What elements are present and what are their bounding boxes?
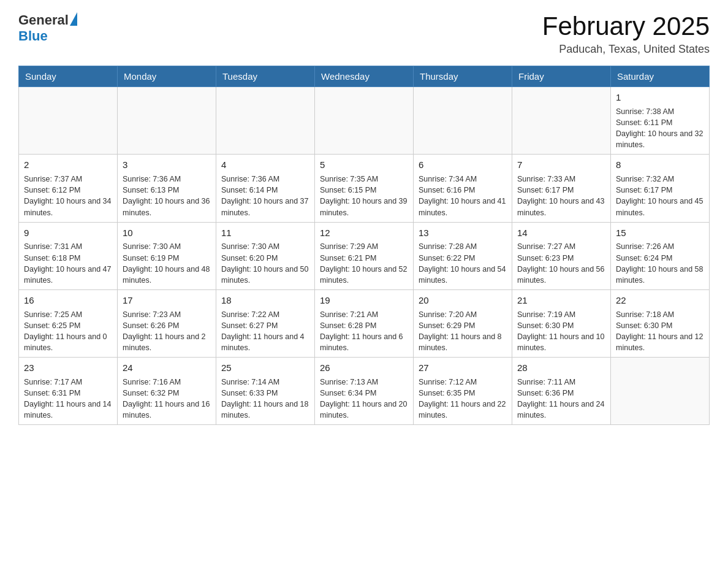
day-number: 7: [517, 158, 605, 172]
day-number: 4: [221, 158, 309, 172]
sunset-text: Sunset: 6:20 PM: [221, 253, 309, 264]
day-number: 24: [123, 361, 211, 375]
sunset-text: Sunset: 6:30 PM: [616, 320, 704, 331]
day-number: 19: [320, 294, 408, 307]
day-number: 3: [123, 158, 211, 172]
daylight-text: Daylight: 10 hours and 43 minutes.: [517, 196, 605, 218]
sunset-text: Sunset: 6:26 PM: [123, 320, 211, 331]
daylight-text: Daylight: 11 hours and 2 minutes.: [123, 331, 211, 353]
day-number: 17: [123, 294, 211, 307]
sunset-text: Sunset: 6:18 PM: [24, 253, 112, 264]
daylight-text: Daylight: 10 hours and 32 minutes.: [616, 128, 704, 150]
daylight-text: Daylight: 10 hours and 41 minutes.: [419, 196, 507, 218]
sunrise-text: Sunrise: 7:19 AM: [517, 309, 605, 320]
sunrise-text: Sunrise: 7:28 AM: [419, 241, 507, 252]
calendar-week-row: 23Sunrise: 7:17 AMSunset: 6:31 PMDayligh…: [19, 358, 710, 425]
day-number: 8: [616, 158, 704, 172]
daylight-text: Daylight: 11 hours and 22 minutes.: [419, 399, 507, 421]
calendar-cell: 2Sunrise: 7:37 AMSunset: 6:12 PMDaylight…: [19, 155, 118, 222]
daylight-text: Daylight: 10 hours and 36 minutes.: [123, 196, 211, 218]
day-number: 23: [24, 361, 112, 375]
sunrise-text: Sunrise: 7:23 AM: [123, 309, 211, 320]
calendar-cell: 25Sunrise: 7:14 AMSunset: 6:33 PMDayligh…: [216, 358, 315, 425]
sunset-text: Sunset: 6:23 PM: [517, 253, 605, 264]
calendar-cell: 18Sunrise: 7:22 AMSunset: 6:27 PMDayligh…: [216, 289, 315, 357]
day-number: 20: [419, 294, 507, 307]
calendar-cell: 15Sunrise: 7:26 AMSunset: 6:24 PMDayligh…: [611, 222, 710, 289]
sunset-text: Sunset: 6:16 PM: [419, 185, 507, 196]
sunset-text: Sunset: 6:29 PM: [419, 320, 507, 331]
daylight-text: Daylight: 10 hours and 45 minutes.: [616, 196, 704, 218]
logo: General Blue: [18, 12, 77, 44]
sunset-text: Sunset: 6:11 PM: [616, 117, 704, 128]
title-area: February 2025 Paducah, Texas, United Sta…: [542, 12, 710, 56]
calendar-cell: 26Sunrise: 7:13 AMSunset: 6:34 PMDayligh…: [315, 358, 414, 425]
day-number: 26: [320, 361, 408, 375]
calendar-cell: 5Sunrise: 7:35 AMSunset: 6:15 PMDaylight…: [315, 155, 414, 222]
day-number: 12: [320, 226, 408, 240]
calendar-cell: 19Sunrise: 7:21 AMSunset: 6:28 PMDayligh…: [315, 289, 414, 357]
calendar-table: Sunday Monday Tuesday Wednesday Thursday…: [18, 66, 710, 425]
calendar-cell: 17Sunrise: 7:23 AMSunset: 6:26 PMDayligh…: [118, 289, 216, 357]
sunrise-text: Sunrise: 7:17 AM: [24, 377, 112, 388]
daylight-text: Daylight: 10 hours and 39 minutes.: [320, 196, 408, 218]
calendar-cell: 20Sunrise: 7:20 AMSunset: 6:29 PMDayligh…: [414, 289, 512, 357]
sunrise-text: Sunrise: 7:34 AM: [419, 174, 507, 185]
calendar-cell: 12Sunrise: 7:29 AMSunset: 6:21 PMDayligh…: [315, 222, 414, 289]
sunset-text: Sunset: 6:32 PM: [123, 388, 211, 399]
calendar-cell: 28Sunrise: 7:11 AMSunset: 6:36 PMDayligh…: [512, 358, 611, 425]
daylight-text: Daylight: 11 hours and 12 minutes.: [616, 331, 704, 353]
sunset-text: Sunset: 6:14 PM: [221, 185, 309, 196]
calendar-week-row: 16Sunrise: 7:25 AMSunset: 6:25 PMDayligh…: [19, 289, 710, 357]
sunrise-text: Sunrise: 7:36 AM: [123, 174, 211, 185]
daylight-text: Daylight: 11 hours and 8 minutes.: [419, 331, 507, 353]
sunrise-text: Sunrise: 7:33 AM: [517, 174, 605, 185]
day-number: 14: [517, 226, 605, 240]
calendar-cell: [611, 358, 710, 425]
calendar-cell: 10Sunrise: 7:30 AMSunset: 6:19 PMDayligh…: [118, 222, 216, 289]
col-sunday: Sunday: [19, 66, 118, 87]
col-friday: Friday: [512, 66, 611, 87]
daylight-text: Daylight: 11 hours and 10 minutes.: [517, 331, 605, 353]
sunset-text: Sunset: 6:21 PM: [320, 253, 408, 264]
sunrise-text: Sunrise: 7:21 AM: [320, 309, 408, 320]
daylight-text: Daylight: 10 hours and 47 minutes.: [24, 264, 112, 286]
sunset-text: Sunset: 6:34 PM: [320, 388, 408, 399]
calendar-cell: 9Sunrise: 7:31 AMSunset: 6:18 PMDaylight…: [19, 222, 118, 289]
sunset-text: Sunset: 6:12 PM: [24, 185, 112, 196]
sunset-text: Sunset: 6:24 PM: [616, 253, 704, 264]
calendar-cell: 1Sunrise: 7:38 AMSunset: 6:11 PMDaylight…: [611, 87, 710, 155]
sunrise-text: Sunrise: 7:14 AM: [221, 377, 309, 388]
page-header: General Blue February 2025 Paducah, Texa…: [18, 12, 710, 56]
day-number: 13: [419, 226, 507, 240]
col-tuesday: Tuesday: [216, 66, 315, 87]
calendar-cell: 21Sunrise: 7:19 AMSunset: 6:30 PMDayligh…: [512, 289, 611, 357]
sunset-text: Sunset: 6:13 PM: [123, 185, 211, 196]
daylight-text: Daylight: 11 hours and 6 minutes.: [320, 331, 408, 353]
day-number: 28: [517, 361, 605, 375]
day-number: 1: [616, 91, 704, 104]
calendar-week-row: 9Sunrise: 7:31 AMSunset: 6:18 PMDaylight…: [19, 222, 710, 289]
sunrise-text: Sunrise: 7:11 AM: [517, 377, 605, 388]
logo-triangle-icon: [70, 12, 77, 26]
calendar-cell: 11Sunrise: 7:30 AMSunset: 6:20 PMDayligh…: [216, 222, 315, 289]
calendar-cell: 13Sunrise: 7:28 AMSunset: 6:22 PMDayligh…: [414, 222, 512, 289]
logo-blue-text: Blue: [18, 28, 77, 44]
daylight-text: Daylight: 10 hours and 34 minutes.: [24, 196, 112, 218]
sunrise-text: Sunrise: 7:37 AM: [24, 174, 112, 185]
daylight-text: Daylight: 10 hours and 58 minutes.: [616, 264, 704, 286]
sunset-text: Sunset: 6:28 PM: [320, 320, 408, 331]
daylight-text: Daylight: 11 hours and 24 minutes.: [517, 399, 605, 421]
daylight-text: Daylight: 10 hours and 56 minutes.: [517, 264, 605, 286]
daylight-text: Daylight: 11 hours and 16 minutes.: [123, 399, 211, 421]
sunrise-text: Sunrise: 7:20 AM: [419, 309, 507, 320]
daylight-text: Daylight: 10 hours and 37 minutes.: [221, 196, 309, 218]
sunrise-text: Sunrise: 7:35 AM: [320, 174, 408, 185]
sunrise-text: Sunrise: 7:29 AM: [320, 241, 408, 252]
sunrise-text: Sunrise: 7:13 AM: [320, 377, 408, 388]
day-number: 9: [24, 226, 112, 240]
daylight-text: Daylight: 10 hours and 52 minutes.: [320, 264, 408, 286]
day-number: 16: [24, 294, 112, 307]
daylight-text: Daylight: 11 hours and 14 minutes.: [24, 399, 112, 421]
calendar-cell: [315, 87, 414, 155]
